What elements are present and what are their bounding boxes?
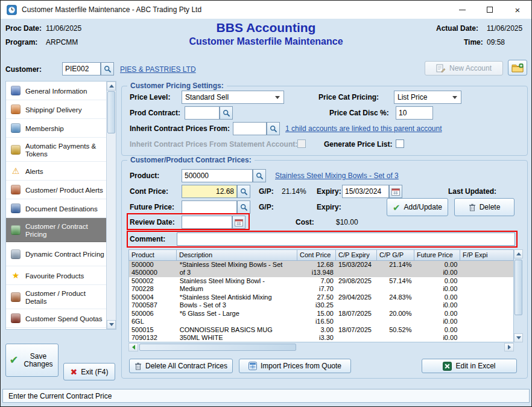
table-hscroll-track[interactable]: [138, 343, 504, 351]
expiry-date-input[interactable]: [342, 185, 389, 198]
table-scroll-left-button[interactable]: [128, 343, 138, 351]
sidebar-item-alerts[interactable]: ⚠Alerts: [6, 162, 106, 181]
table-vscroll-track[interactable]: [514, 258, 523, 333]
edit-in-excel-button[interactable]: Edit in Excel: [422, 359, 517, 373]
column-header-cont-price[interactable]: Cont Price: [297, 249, 336, 261]
prod-contract-input[interactable]: [185, 106, 220, 120]
sidebar-item-customer-product-details[interactable]: Customer / Product Details: [6, 285, 106, 309]
review-date-calendar-button[interactable]: [232, 216, 245, 229]
cont-price-search-button[interactable]: [237, 185, 250, 198]
price-cat-pricing-select[interactable]: List Price: [394, 91, 461, 104]
sidebar-item-customer-contract-pricing[interactable]: Customer / Contract Pricing: [6, 218, 106, 242]
product-label: Product:: [130, 171, 159, 180]
cell-cp-gp: 24.83%: [377, 293, 414, 310]
cont-price-input[interactable]: [182, 185, 237, 198]
edit-in-excel-label: Edit in Excel: [455, 362, 495, 370]
product-search-button[interactable]: [253, 169, 266, 182]
table-vscroll-thumb[interactable]: [515, 260, 522, 315]
column-header-future-price[interactable]: Future Price: [414, 249, 460, 261]
calendar-icon: [235, 219, 243, 226]
table-row[interactable]: 500002700228Stainless Steel Mixing Bowl …: [129, 277, 513, 293]
sidebar-item-shipping-delivery[interactable]: Shipping/ Delivery: [6, 100, 106, 119]
titlebar: Customer Masterfile Maintenance - ABC Tr…: [1, 1, 531, 19]
price-cat-pricing-label: Price Cat Pricing:: [318, 93, 379, 101]
table-scroll-down-button[interactable]: [514, 333, 523, 342]
add-update-button[interactable]: ✔ Add/Update: [387, 198, 448, 216]
sidebar-item-customer-spend-quotas[interactable]: Customer Spend Quotas: [6, 309, 106, 328]
sidebar-item-membership[interactable]: Membership: [6, 119, 106, 138]
table-row[interactable]: 5000047000587*Stainless Steel Antiskid M…: [129, 293, 513, 310]
sidebar-scroll-thumb[interactable]: [107, 91, 115, 133]
sidebar-item-automatic-payments-tokens[interactable]: Automatic Payments & Tokens: [6, 138, 106, 162]
prod-contract-search-button[interactable]: [220, 106, 233, 120]
future-expiry-label: Expiry:: [317, 203, 341, 211]
table-row[interactable]: 5000157090132CONNOISSEUR BASICS MUG350ML…: [129, 326, 513, 342]
save-changes-button[interactable]: ✔ Save Changes: [5, 344, 59, 377]
table-vertical-scrollbar[interactable]: [514, 249, 523, 342]
customer-search-button[interactable]: [101, 62, 114, 75]
inherit-contract-prices-from-input[interactable]: [233, 122, 267, 135]
trash-icon: [469, 204, 476, 211]
sidebar-item-favourite-products[interactable]: ★Favourite Products: [6, 266, 106, 285]
table-hscroll-thumb[interactable]: [139, 344, 296, 351]
price-level-select[interactable]: Standard Sell: [182, 91, 284, 104]
column-header-product[interactable]: Product: [128, 249, 177, 261]
product-code-input[interactable]: [182, 169, 253, 182]
import-prices-from-quote-button[interactable]: Import Prices from Quote: [239, 359, 351, 373]
table-row[interactable]: 5000004500000*Stainless Steel Mixing Bow…: [129, 261, 513, 277]
new-account-button[interactable]: New Account: [425, 61, 503, 75]
future-price-input[interactable]: [182, 200, 237, 214]
maximize-button[interactable]: [476, 1, 504, 19]
sidebar-item-dynamic-contract-pricing[interactable]: Dynamic Contract Pricing: [6, 242, 106, 266]
column-header-description[interactable]: Description: [177, 249, 297, 261]
comment-input[interactable]: [177, 232, 515, 246]
delete-all-contract-prices-button[interactable]: Delete All Contract Prices: [129, 359, 233, 373]
close-icon: ×: [515, 5, 521, 15]
sidebar-item-label: Membership: [25, 124, 64, 132]
review-date-input[interactable]: [182, 216, 232, 229]
exit-button[interactable]: ✖ Exit (F4): [63, 363, 115, 380]
sidebar-item-label: Alerts: [25, 167, 43, 175]
chevron-down-icon: [275, 96, 280, 99]
delete-button[interactable]: Delete: [454, 198, 515, 216]
table-row[interactable]: 5000066GL*6 Glass Set - Large 15.00i16.5…: [129, 310, 513, 326]
inherit-statement-account-checkbox[interactable]: [297, 139, 306, 148]
sidebar-scroll-down-button[interactable]: [107, 320, 116, 329]
cell-product: 500002700228: [129, 277, 177, 293]
inherit-from-search-button[interactable]: [267, 122, 280, 135]
column-header-fp-expiry[interactable]: F/P Expi: [460, 249, 514, 261]
table-horizontal-scrollbar[interactable]: [128, 343, 514, 351]
minimize-icon: [459, 10, 466, 10]
column-header-cp-gp[interactable]: C/P G/P: [377, 249, 414, 261]
cell-fp-expiry: [460, 310, 513, 326]
table-scroll-right-button[interactable]: [504, 343, 514, 351]
minimize-button[interactable]: [448, 1, 476, 19]
generate-price-list-checkbox[interactable]: [396, 139, 404, 148]
table-scroll-up-button[interactable]: [514, 249, 523, 258]
cell-description: Stainless Steel Mixing Bowl -Medium: [177, 277, 297, 293]
sidebar-scrollbar[interactable]: [106, 82, 116, 329]
future-price-search-button[interactable]: [237, 200, 250, 214]
child-accounts-link[interactable]: 1 child accounts are linked to this pare…: [285, 124, 442, 133]
sidebar-item-general-information[interactable]: General Information: [6, 82, 106, 100]
customer-code-input[interactable]: [62, 62, 101, 75]
sidebar-scroll-up-button[interactable]: [107, 82, 116, 91]
actual-date-value: 11/06/2025: [487, 24, 522, 33]
expiry-calendar-button[interactable]: [389, 185, 402, 198]
price-cat-disc-input[interactable]: [396, 106, 433, 120]
sidebar-item-document-destinations[interactable]: Document Destinations: [6, 199, 106, 218]
cell-cp-gp: 21.14%: [377, 261, 414, 277]
contract-prices-title: Customer/Product Contract Prices:: [127, 156, 255, 164]
status-text: Enter the Current Contract Price: [8, 392, 112, 400]
sidebar-scroll-track[interactable]: [107, 91, 116, 320]
sidebar-item-customer-product-alerts[interactable]: Customer/ Product Alerts: [6, 181, 106, 199]
product-name-link[interactable]: Stainless Steel Mixing Bowls - Set of 3: [275, 171, 399, 180]
close-button[interactable]: ×: [504, 1, 531, 19]
column-header-cp-expiry[interactable]: C/P Expiry: [336, 249, 377, 261]
customer-contract-pricing-icon: [11, 225, 21, 235]
price-level-label: Price Level:: [130, 93, 170, 101]
sidebar-item-label: Automatic Payments & Tokens: [25, 142, 105, 158]
open-folder-button[interactable]: [508, 60, 527, 75]
cell-fp-expiry: [460, 277, 513, 293]
customer-name-link[interactable]: PIES & PASTRIES LTD: [120, 65, 196, 74]
